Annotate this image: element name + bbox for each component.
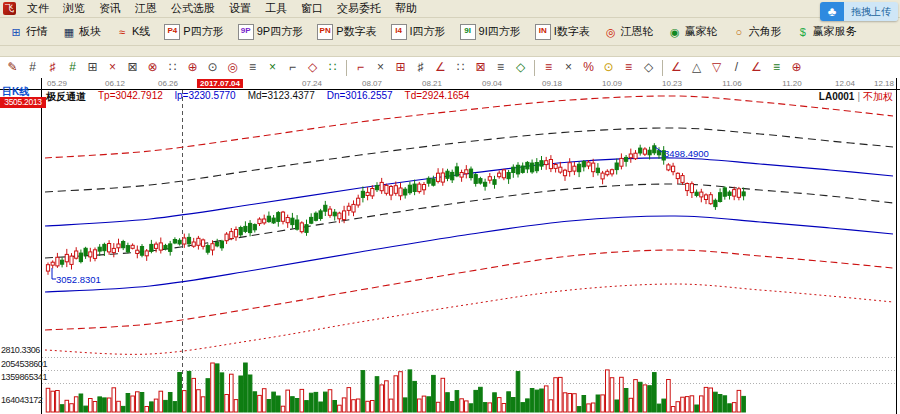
sectors-label: 板块	[79, 24, 101, 39]
draw-tool-18-icon[interactable]: ×	[371, 58, 390, 77]
draw-tool-31-icon[interactable]: ◇	[639, 58, 658, 77]
sectors-icon: ▦	[62, 25, 76, 39]
chart-area: 05.2906.1206.262017.07.0407.2408.0708.21…	[0, 78, 900, 414]
date-label: 09.18	[542, 79, 562, 88]
toolbar-button-9p-square[interactable]: 9P9P四方形	[233, 21, 308, 43]
draw-tool-7-icon[interactable]: ⊗	[143, 58, 162, 77]
draw-tool-3-icon[interactable]: #	[63, 58, 82, 77]
price-annotation-0: 3052.8301	[56, 274, 101, 285]
axis-label-3: 164043172	[1, 395, 42, 405]
draw-tool-27-icon[interactable]: ×	[559, 58, 578, 77]
winner-service-icon: $	[796, 25, 810, 39]
draw-tool-34-icon[interactable]: ▽	[707, 58, 726, 77]
draw-tool-6-icon[interactable]: ⊠	[123, 58, 142, 77]
upload-button[interactable]: ♣ 拖拽上传	[820, 2, 898, 21]
draw-tool-10-icon[interactable]: ⊙	[203, 58, 222, 77]
draw-tool-19-icon[interactable]: ⊞	[391, 58, 410, 77]
toolbar-button-kline[interactable]: ≈K线	[110, 21, 155, 42]
draw-tool-21-icon[interactable]: ∠	[431, 58, 450, 77]
winner-service-label: 赢家服务	[813, 24, 857, 39]
date-label: 10.09	[602, 79, 622, 88]
menu-item-4[interactable]: 公式选股	[164, 0, 222, 17]
toolbar-button-9i-square[interactable]: 9I9I四方形	[455, 21, 526, 43]
upload-button-label: 拖拽上传	[844, 2, 898, 21]
toolbar-button-i-square[interactable]: I4I四方形	[386, 21, 451, 43]
date-ruler: 05.2906.1206.262017.07.0407.2408.0708.21…	[0, 78, 900, 89]
menu-bar: 飞 文件浏览资讯江恩公式选股设置工具窗口交易委托帮助	[0, 0, 900, 18]
toolbar-button-i-table[interactable]: INI数字表	[530, 21, 595, 43]
toolbar-button-winner-service[interactable]: $赢家服务	[791, 21, 862, 42]
draw-tool-16-icon[interactable]: ∷	[323, 58, 342, 77]
date-label: 12.04	[835, 79, 855, 88]
draw-tool-5-icon[interactable]: ×	[103, 58, 122, 77]
draw-tool-38-icon[interactable]: ⊕	[787, 58, 806, 77]
draw-tool-30-icon[interactable]: ≡	[619, 58, 638, 77]
date-label: 07.24	[302, 79, 322, 88]
winner-wheel-label: 赢家轮	[685, 24, 718, 39]
date-label: 09.04	[482, 79, 502, 88]
p-table-icon: PN	[317, 24, 333, 40]
drawing-toolbar: ✎#♯#⊞×⊠⊗∷⊕⊙◎≡×⌐◇∷⌐×⊞♯∠∷⊠≡◇≡×%⊙≡◇∠△▽/∠≡⊕	[0, 46, 900, 78]
p-square-label: P四方形	[183, 24, 223, 39]
i-square-label: I四方形	[410, 24, 446, 39]
draw-tool-20-icon[interactable]: ♯	[411, 58, 430, 77]
i-table-icon: IN	[535, 24, 551, 40]
price-chart-canvas[interactable]	[0, 78, 900, 414]
menu-item-6[interactable]: 工具	[258, 0, 294, 17]
toolbar-button-p-square[interactable]: P4P四方形	[159, 21, 228, 43]
date-label: 08.07	[362, 79, 382, 88]
main-toolbar: ⊞行情▦板块≈K线P4P四方形9P9P四方形PNP数字表I4I四方形9I9I四方…	[0, 18, 900, 46]
club-icon: ♣	[820, 2, 844, 21]
hexagon-icon: ○	[732, 25, 746, 39]
draw-tool-25-icon[interactable]: ◇	[511, 58, 530, 77]
draw-tool-1-icon[interactable]: #	[23, 58, 42, 77]
toolbar-button-quotes[interactable]: ⊞行情	[4, 21, 53, 42]
draw-tool-37-icon[interactable]: ≡	[767, 58, 786, 77]
indicator-value-3: Dn=3016.2557	[327, 90, 393, 104]
toolbar-button-sectors[interactable]: ▦板块	[57, 21, 106, 42]
draw-tool-29-icon[interactable]: ⊙	[599, 58, 618, 77]
draw-tool-33-icon[interactable]: △	[687, 58, 706, 77]
menu-item-2[interactable]: 资讯	[92, 0, 128, 17]
indicator-value-4: Td=2924.1654	[405, 90, 470, 104]
draw-tool-28-icon[interactable]: %	[579, 58, 598, 77]
menu-item-8[interactable]: 交易委托	[330, 0, 388, 17]
channel-line-Tp	[45, 96, 893, 158]
9i-square-icon: 9I	[460, 24, 476, 40]
toolbar-button-winner-wheel[interactable]: ◉赢家轮	[663, 21, 723, 42]
draw-tool-23-icon[interactable]: ⊠	[471, 58, 490, 77]
toolbar-button-p-table[interactable]: PNP数字表	[312, 21, 381, 43]
draw-tool-14-icon[interactable]: ⌐	[283, 58, 302, 77]
draw-tool-8-icon[interactable]: ∷	[163, 58, 182, 77]
date-label: 10.23	[662, 79, 682, 88]
draw-tool-15-icon[interactable]: ◇	[303, 58, 322, 77]
draw-tool-35-icon[interactable]: /	[727, 58, 746, 77]
kline-label: K线	[132, 24, 150, 39]
indicator-value-0: Tp=3042.7912	[98, 90, 163, 104]
draw-tool-17-icon[interactable]: ⌐	[351, 58, 370, 77]
menu-item-3[interactable]: 江恩	[128, 0, 164, 17]
date-label: 05.29	[47, 79, 67, 88]
channel-line-upper-black	[45, 128, 893, 192]
draw-tool-12-icon[interactable]: ≡	[243, 58, 262, 77]
draw-tool-9-icon[interactable]: ⊕	[183, 58, 202, 77]
menu-item-9[interactable]: 帮助	[388, 0, 424, 17]
menu-item-5[interactable]: 设置	[222, 0, 258, 17]
toolbar-button-hexagon[interactable]: ○六角形	[727, 21, 787, 42]
draw-tool-26-icon[interactable]: ≡	[539, 58, 558, 77]
draw-tool-0-icon[interactable]: ✎	[3, 58, 22, 77]
toolbar-button-gann-wheel[interactable]: ◎江恩轮	[599, 21, 659, 42]
menu-item-0[interactable]: 文件	[20, 0, 56, 17]
draw-tool-24-icon[interactable]: ≡	[491, 58, 510, 77]
draw-tool-22-icon[interactable]: ∷	[451, 58, 470, 77]
draw-tool-32-icon[interactable]: ∠	[667, 58, 686, 77]
menu-item-1[interactable]: 浏览	[56, 0, 92, 17]
draw-tool-11-icon[interactable]: ◎	[223, 58, 242, 77]
winner-wheel-icon: ◉	[668, 25, 682, 39]
draw-tool-13-icon[interactable]: ×	[263, 58, 282, 77]
draw-tool-36-icon[interactable]: ∠	[747, 58, 766, 77]
draw-tool-4-icon[interactable]: ⊞	[83, 58, 102, 77]
draw-tool-2-icon[interactable]: ♯	[43, 58, 62, 77]
kline-icon: ≈	[115, 25, 129, 39]
menu-item-7[interactable]: 窗口	[294, 0, 330, 17]
